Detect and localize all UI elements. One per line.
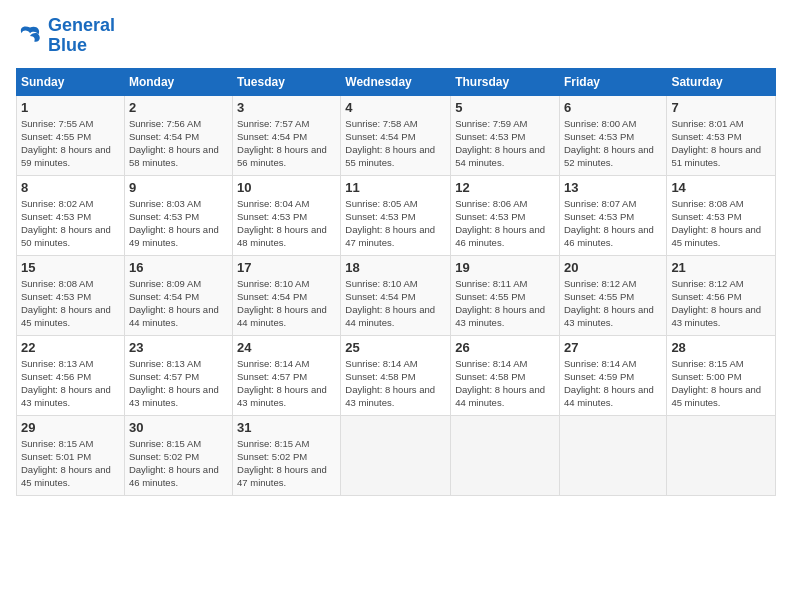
logo-icon: [16, 22, 44, 50]
calendar-day-cell: 17Sunrise: 8:10 AMSunset: 4:54 PMDayligh…: [233, 255, 341, 335]
day-info: Sunrise: 8:15 AMSunset: 5:01 PMDaylight:…: [21, 437, 120, 490]
calendar-day-cell: 23Sunrise: 8:13 AMSunset: 4:57 PMDayligh…: [124, 335, 232, 415]
day-number: 13: [564, 180, 662, 195]
day-number: 5: [455, 100, 555, 115]
logo-general: General: [48, 16, 115, 36]
calendar-day-cell: 6Sunrise: 8:00 AMSunset: 4:53 PMDaylight…: [559, 95, 666, 175]
weekday-header: Tuesday: [233, 68, 341, 95]
day-number: 1: [21, 100, 120, 115]
day-info: Sunrise: 8:04 AMSunset: 4:53 PMDaylight:…: [237, 197, 336, 250]
calendar-day-cell: 3Sunrise: 7:57 AMSunset: 4:54 PMDaylight…: [233, 95, 341, 175]
day-info: Sunrise: 8:15 AMSunset: 5:02 PMDaylight:…: [129, 437, 228, 490]
calendar-day-cell: 16Sunrise: 8:09 AMSunset: 4:54 PMDayligh…: [124, 255, 232, 335]
day-info: Sunrise: 8:06 AMSunset: 4:53 PMDaylight:…: [455, 197, 555, 250]
calendar-day-cell: 9Sunrise: 8:03 AMSunset: 4:53 PMDaylight…: [124, 175, 232, 255]
calendar-day-cell: 19Sunrise: 8:11 AMSunset: 4:55 PMDayligh…: [451, 255, 560, 335]
day-info: Sunrise: 8:11 AMSunset: 4:55 PMDaylight:…: [455, 277, 555, 330]
day-info: Sunrise: 8:10 AMSunset: 4:54 PMDaylight:…: [345, 277, 446, 330]
day-info: Sunrise: 8:08 AMSunset: 4:53 PMDaylight:…: [21, 277, 120, 330]
calendar-day-cell: 25Sunrise: 8:14 AMSunset: 4:58 PMDayligh…: [341, 335, 451, 415]
calendar-day-cell: 14Sunrise: 8:08 AMSunset: 4:53 PMDayligh…: [667, 175, 776, 255]
day-number: 9: [129, 180, 228, 195]
weekday-header: Sunday: [17, 68, 125, 95]
day-number: 17: [237, 260, 336, 275]
calendar-table: SundayMondayTuesdayWednesdayThursdayFrid…: [16, 68, 776, 496]
calendar-week-row: 22Sunrise: 8:13 AMSunset: 4:56 PMDayligh…: [17, 335, 776, 415]
day-info: Sunrise: 8:07 AMSunset: 4:53 PMDaylight:…: [564, 197, 662, 250]
calendar-week-row: 29Sunrise: 8:15 AMSunset: 5:01 PMDayligh…: [17, 415, 776, 495]
day-number: 23: [129, 340, 228, 355]
logo: General Blue: [16, 16, 115, 56]
day-number: 18: [345, 260, 446, 275]
day-info: Sunrise: 8:00 AMSunset: 4:53 PMDaylight:…: [564, 117, 662, 170]
calendar-day-cell: 8Sunrise: 8:02 AMSunset: 4:53 PMDaylight…: [17, 175, 125, 255]
weekday-header: Monday: [124, 68, 232, 95]
calendar-day-cell: [559, 415, 666, 495]
day-number: 14: [671, 180, 771, 195]
day-number: 6: [564, 100, 662, 115]
day-number: 12: [455, 180, 555, 195]
calendar-day-cell: 31Sunrise: 8:15 AMSunset: 5:02 PMDayligh…: [233, 415, 341, 495]
calendar-day-cell: [341, 415, 451, 495]
calendar-day-cell: 24Sunrise: 8:14 AMSunset: 4:57 PMDayligh…: [233, 335, 341, 415]
calendar-day-cell: 20Sunrise: 8:12 AMSunset: 4:55 PMDayligh…: [559, 255, 666, 335]
logo-blue: Blue: [48, 36, 115, 56]
day-info: Sunrise: 8:01 AMSunset: 4:53 PMDaylight:…: [671, 117, 771, 170]
calendar-day-cell: 7Sunrise: 8:01 AMSunset: 4:53 PMDaylight…: [667, 95, 776, 175]
day-number: 4: [345, 100, 446, 115]
calendar-day-cell: 30Sunrise: 8:15 AMSunset: 5:02 PMDayligh…: [124, 415, 232, 495]
day-info: Sunrise: 8:12 AMSunset: 4:55 PMDaylight:…: [564, 277, 662, 330]
calendar-day-cell: 22Sunrise: 8:13 AMSunset: 4:56 PMDayligh…: [17, 335, 125, 415]
day-number: 15: [21, 260, 120, 275]
day-number: 22: [21, 340, 120, 355]
calendar-day-cell: 2Sunrise: 7:56 AMSunset: 4:54 PMDaylight…: [124, 95, 232, 175]
calendar-day-cell: 29Sunrise: 8:15 AMSunset: 5:01 PMDayligh…: [17, 415, 125, 495]
day-info: Sunrise: 8:03 AMSunset: 4:53 PMDaylight:…: [129, 197, 228, 250]
day-info: Sunrise: 8:14 AMSunset: 4:59 PMDaylight:…: [564, 357, 662, 410]
day-info: Sunrise: 8:14 AMSunset: 4:57 PMDaylight:…: [237, 357, 336, 410]
weekday-header: Saturday: [667, 68, 776, 95]
day-number: 10: [237, 180, 336, 195]
page-header: General Blue: [16, 16, 776, 56]
day-info: Sunrise: 8:05 AMSunset: 4:53 PMDaylight:…: [345, 197, 446, 250]
calendar-week-row: 1Sunrise: 7:55 AMSunset: 4:55 PMDaylight…: [17, 95, 776, 175]
weekday-header: Thursday: [451, 68, 560, 95]
calendar-day-cell: 5Sunrise: 7:59 AMSunset: 4:53 PMDaylight…: [451, 95, 560, 175]
day-number: 27: [564, 340, 662, 355]
calendar-day-cell: 15Sunrise: 8:08 AMSunset: 4:53 PMDayligh…: [17, 255, 125, 335]
calendar-day-cell: 10Sunrise: 8:04 AMSunset: 4:53 PMDayligh…: [233, 175, 341, 255]
day-number: 16: [129, 260, 228, 275]
day-info: Sunrise: 7:59 AMSunset: 4:53 PMDaylight:…: [455, 117, 555, 170]
calendar-day-cell: 18Sunrise: 8:10 AMSunset: 4:54 PMDayligh…: [341, 255, 451, 335]
day-info: Sunrise: 8:10 AMSunset: 4:54 PMDaylight:…: [237, 277, 336, 330]
day-info: Sunrise: 8:14 AMSunset: 4:58 PMDaylight:…: [345, 357, 446, 410]
day-info: Sunrise: 8:09 AMSunset: 4:54 PMDaylight:…: [129, 277, 228, 330]
weekday-header: Friday: [559, 68, 666, 95]
calendar-day-cell: [667, 415, 776, 495]
day-number: 8: [21, 180, 120, 195]
day-number: 29: [21, 420, 120, 435]
day-number: 11: [345, 180, 446, 195]
day-number: 28: [671, 340, 771, 355]
day-number: 3: [237, 100, 336, 115]
day-info: Sunrise: 8:08 AMSunset: 4:53 PMDaylight:…: [671, 197, 771, 250]
calendar-day-cell: 11Sunrise: 8:05 AMSunset: 4:53 PMDayligh…: [341, 175, 451, 255]
day-info: Sunrise: 8:15 AMSunset: 5:02 PMDaylight:…: [237, 437, 336, 490]
calendar-day-cell: 28Sunrise: 8:15 AMSunset: 5:00 PMDayligh…: [667, 335, 776, 415]
day-info: Sunrise: 7:55 AMSunset: 4:55 PMDaylight:…: [21, 117, 120, 170]
calendar-day-cell: 4Sunrise: 7:58 AMSunset: 4:54 PMDaylight…: [341, 95, 451, 175]
day-info: Sunrise: 8:14 AMSunset: 4:58 PMDaylight:…: [455, 357, 555, 410]
day-number: 30: [129, 420, 228, 435]
day-number: 20: [564, 260, 662, 275]
calendar-week-row: 8Sunrise: 8:02 AMSunset: 4:53 PMDaylight…: [17, 175, 776, 255]
calendar-day-cell: 21Sunrise: 8:12 AMSunset: 4:56 PMDayligh…: [667, 255, 776, 335]
calendar-day-cell: [451, 415, 560, 495]
calendar-day-cell: 1Sunrise: 7:55 AMSunset: 4:55 PMDaylight…: [17, 95, 125, 175]
calendar-day-cell: 27Sunrise: 8:14 AMSunset: 4:59 PMDayligh…: [559, 335, 666, 415]
day-info: Sunrise: 7:57 AMSunset: 4:54 PMDaylight:…: [237, 117, 336, 170]
calendar-day-cell: 26Sunrise: 8:14 AMSunset: 4:58 PMDayligh…: [451, 335, 560, 415]
day-info: Sunrise: 8:13 AMSunset: 4:57 PMDaylight:…: [129, 357, 228, 410]
day-number: 25: [345, 340, 446, 355]
day-info: Sunrise: 7:58 AMSunset: 4:54 PMDaylight:…: [345, 117, 446, 170]
calendar-day-cell: 12Sunrise: 8:06 AMSunset: 4:53 PMDayligh…: [451, 175, 560, 255]
